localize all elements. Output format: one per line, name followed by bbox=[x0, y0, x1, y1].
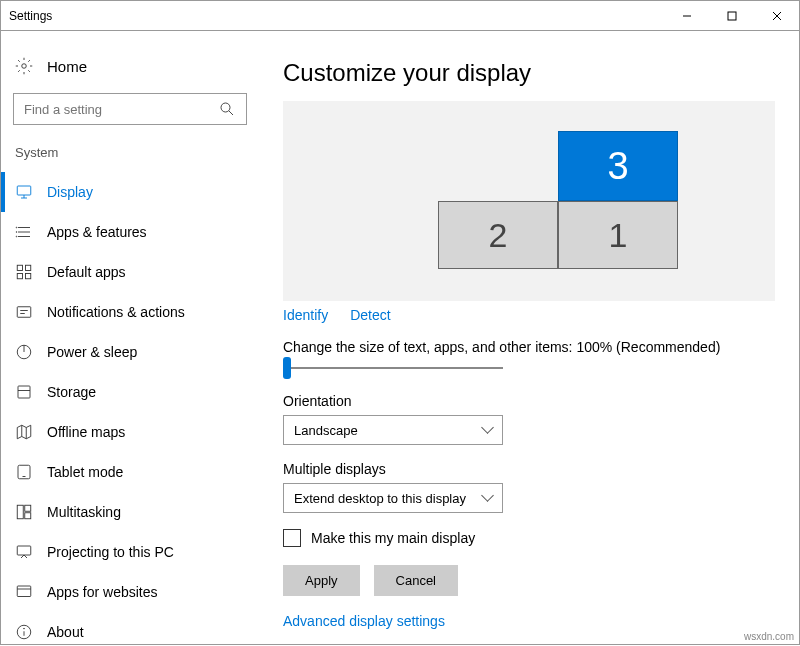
title-bar: Settings bbox=[0, 0, 800, 30]
sidebar-item-storage[interactable]: Storage bbox=[1, 372, 259, 412]
sidebar-item-power[interactable]: Power & sleep bbox=[1, 332, 259, 372]
scale-slider[interactable] bbox=[283, 361, 503, 375]
sidebar-item-label: Storage bbox=[47, 384, 96, 400]
main-display-checkbox-row[interactable]: Make this my main display bbox=[283, 529, 775, 547]
gear-icon bbox=[15, 57, 33, 75]
multitasking-icon bbox=[15, 503, 33, 521]
svg-rect-19 bbox=[26, 274, 31, 279]
sidebar-item-label: Offline maps bbox=[47, 424, 125, 440]
svg-rect-20 bbox=[17, 307, 31, 318]
main-display-checkbox[interactable] bbox=[283, 529, 301, 547]
sidebar-item-notifications[interactable]: Notifications & actions bbox=[1, 292, 259, 332]
slider-thumb[interactable] bbox=[283, 357, 291, 379]
content-area: Customize your display 213 Identify Dete… bbox=[259, 31, 799, 644]
svg-point-14 bbox=[16, 232, 17, 233]
multiple-displays-label: Multiple displays bbox=[283, 461, 775, 477]
sidebar-item-apps[interactable]: Apps & features bbox=[1, 212, 259, 252]
svg-rect-34 bbox=[17, 546, 31, 555]
home-link[interactable]: Home bbox=[1, 49, 259, 89]
search-input[interactable] bbox=[24, 102, 218, 117]
search-icon bbox=[218, 100, 236, 118]
sidebar-item-label: Apps & features bbox=[47, 224, 147, 240]
svg-rect-33 bbox=[25, 513, 31, 519]
watermark: wsxdn.com bbox=[744, 631, 794, 642]
notifications-icon bbox=[15, 303, 33, 321]
minimize-button[interactable] bbox=[664, 1, 709, 30]
sidebar-item-tablet[interactable]: Tablet mode bbox=[1, 452, 259, 492]
storage-icon bbox=[15, 383, 33, 401]
sidebar-header: System bbox=[1, 139, 259, 172]
main-display-label: Make this my main display bbox=[311, 530, 475, 546]
power-icon bbox=[15, 343, 33, 361]
orientation-select[interactable]: Landscape bbox=[283, 415, 503, 445]
svg-rect-18 bbox=[17, 274, 22, 279]
cancel-button[interactable]: Cancel bbox=[374, 565, 458, 596]
display-arrangement[interactable]: 213 bbox=[283, 101, 775, 301]
sidebar-item-projecting[interactable]: Projecting to this PC bbox=[1, 532, 259, 572]
svg-line-6 bbox=[229, 111, 233, 115]
default-apps-icon bbox=[15, 263, 33, 281]
sidebar-item-label: Tablet mode bbox=[47, 464, 123, 480]
identify-link[interactable]: Identify bbox=[283, 307, 328, 323]
window-controls bbox=[664, 1, 799, 30]
close-button[interactable] bbox=[754, 1, 799, 30]
svg-rect-16 bbox=[17, 265, 22, 270]
sidebar-item-label: Notifications & actions bbox=[47, 304, 185, 320]
svg-rect-7 bbox=[17, 186, 31, 195]
svg-point-39 bbox=[24, 628, 25, 629]
sidebar-item-label: Default apps bbox=[47, 264, 126, 280]
page-title: Customize your display bbox=[283, 59, 775, 87]
apps-web-icon bbox=[15, 583, 33, 601]
monitor-3[interactable]: 3 bbox=[558, 131, 678, 201]
sidebar: Home System DisplayApps & featuresDefaul… bbox=[1, 31, 259, 644]
svg-rect-32 bbox=[25, 505, 31, 511]
svg-point-4 bbox=[22, 64, 27, 69]
multiple-displays-select[interactable]: Extend desktop to this display bbox=[283, 483, 503, 513]
projecting-icon bbox=[15, 543, 33, 561]
advanced-settings-link[interactable]: Advanced display settings bbox=[283, 613, 445, 629]
apps-icon bbox=[15, 223, 33, 241]
sidebar-item-about[interactable]: About bbox=[1, 612, 259, 646]
maps-icon bbox=[15, 423, 33, 441]
svg-rect-35 bbox=[17, 586, 31, 597]
search-box[interactable] bbox=[13, 93, 247, 125]
sidebar-item-label: Apps for websites bbox=[47, 584, 158, 600]
sidebar-item-label: Display bbox=[47, 184, 93, 200]
svg-rect-31 bbox=[17, 505, 23, 519]
detect-link[interactable]: Detect bbox=[350, 307, 390, 323]
sidebar-item-maps[interactable]: Offline maps bbox=[1, 412, 259, 452]
svg-rect-25 bbox=[18, 386, 30, 398]
display-icon bbox=[15, 183, 33, 201]
orientation-label: Orientation bbox=[283, 393, 775, 409]
about-icon bbox=[15, 623, 33, 641]
svg-point-13 bbox=[16, 227, 17, 228]
svg-point-5 bbox=[221, 103, 230, 112]
home-label: Home bbox=[47, 58, 87, 75]
sidebar-item-label: About bbox=[47, 624, 84, 640]
window-title: Settings bbox=[9, 9, 52, 23]
apply-button[interactable]: Apply bbox=[283, 565, 360, 596]
svg-rect-17 bbox=[26, 265, 31, 270]
sidebar-item-default-apps[interactable]: Default apps bbox=[1, 252, 259, 292]
sidebar-item-label: Power & sleep bbox=[47, 344, 137, 360]
maximize-button[interactable] bbox=[709, 1, 754, 30]
monitor-1[interactable]: 1 bbox=[558, 201, 678, 269]
sidebar-item-apps-web[interactable]: Apps for websites bbox=[1, 572, 259, 612]
tablet-icon bbox=[15, 463, 33, 481]
svg-rect-1 bbox=[728, 12, 736, 20]
monitor-2[interactable]: 2 bbox=[438, 201, 558, 269]
sidebar-item-display[interactable]: Display bbox=[1, 172, 259, 212]
sidebar-item-multitasking[interactable]: Multitasking bbox=[1, 492, 259, 532]
scale-label: Change the size of text, apps, and other… bbox=[283, 339, 775, 355]
svg-point-15 bbox=[16, 236, 17, 237]
sidebar-item-label: Projecting to this PC bbox=[47, 544, 174, 560]
sidebar-item-label: Multitasking bbox=[47, 504, 121, 520]
